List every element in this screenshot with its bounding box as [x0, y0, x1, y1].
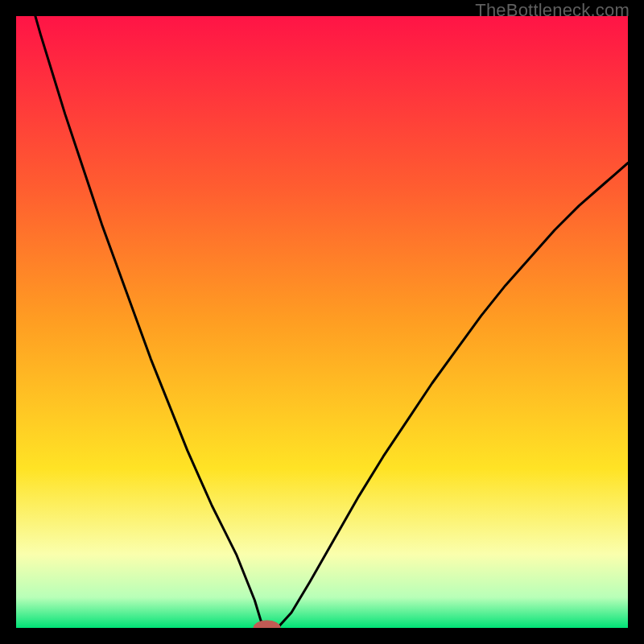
- bottleneck-chart: [16, 16, 628, 628]
- gradient-background: [16, 16, 628, 628]
- chart-frame: TheBottleneck.com: [0, 0, 644, 644]
